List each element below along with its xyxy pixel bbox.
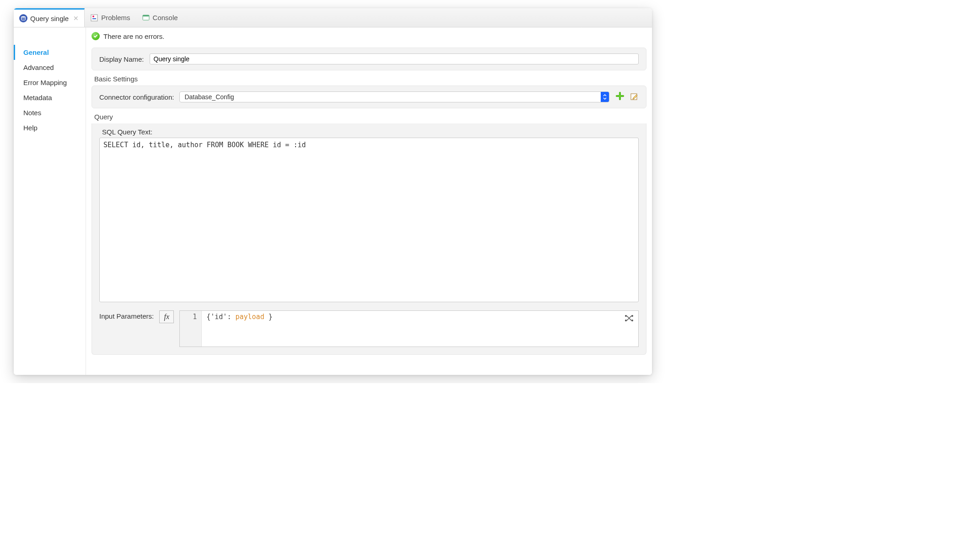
section-title-basic: Basic Settings (94, 75, 652, 83)
mapping-icon[interactable] (625, 315, 634, 324)
params-value: payload (235, 313, 264, 321)
tab-label: Problems (101, 14, 130, 21)
tab-strip: Query single ✕ Problems Console (14, 8, 652, 27)
problems-icon (90, 14, 98, 22)
sql-query-text-label: SQL Query Text: (102, 128, 639, 136)
tab-problems[interactable]: Problems (85, 8, 136, 27)
sidebar-item-label: Notes (23, 109, 41, 117)
section-basic-settings: Connector configuration: Database_Config (92, 85, 646, 108)
connector-config-select[interactable]: Database_Config (179, 91, 609, 102)
editor-window: Query single ✕ Problems Console General … (14, 8, 652, 375)
console-icon (142, 14, 150, 22)
section-display-name: Display Name: (92, 48, 646, 70)
input-parameters-editor[interactable]: 1 {'id': payload } (179, 310, 639, 347)
check-icon (92, 32, 100, 40)
sidebar-item-label: Metadata (23, 94, 52, 101)
fx-button[interactable]: fx (159, 310, 174, 323)
database-icon (19, 14, 27, 22)
sql-query-value: SELECT id, title, author FROM BOOK WHERE… (103, 141, 306, 149)
status-row: There are no errors. (86, 27, 652, 45)
fx-label: fx (164, 313, 169, 321)
tab-label: Console (153, 14, 178, 21)
edit-config-button[interactable] (630, 92, 639, 102)
code-gutter: 1 (180, 311, 202, 347)
add-config-button[interactable] (616, 92, 624, 102)
display-name-input[interactable] (150, 53, 639, 64)
status-message: There are no errors. (103, 32, 164, 40)
close-icon[interactable]: ✕ (73, 15, 79, 22)
sidebar-item-notes[interactable]: Notes (14, 105, 86, 120)
display-name-label: Display Name: (99, 55, 144, 63)
svg-point-8 (625, 320, 627, 321)
svg-point-2 (92, 16, 94, 17)
sidebar-item-label: General (23, 48, 49, 56)
gutter-line-number: 1 (193, 313, 197, 321)
sidebar-item-label: Help (23, 124, 38, 132)
svg-rect-3 (92, 18, 96, 19)
svg-point-10 (631, 320, 633, 321)
section-query: SQL Query Text: SELECT id, title, author… (92, 123, 646, 355)
svg-point-9 (631, 315, 633, 317)
connector-config-label: Connector configuration: (99, 93, 174, 101)
svg-rect-5 (143, 15, 149, 16)
code-content: {'id': payload } (202, 311, 277, 347)
sidebar-item-error-mapping[interactable]: Error Mapping (14, 75, 86, 90)
svg-point-7 (625, 315, 627, 317)
sidebar-item-advanced[interactable]: Advanced (14, 60, 86, 75)
sidebar-item-help[interactable]: Help (14, 120, 86, 135)
sidebar: General Advanced Error Mapping Metadata … (14, 27, 86, 375)
connector-config-value: Database_Config (184, 93, 234, 101)
tab-console[interactable]: Console (136, 8, 184, 27)
sidebar-item-general[interactable]: General (14, 45, 86, 60)
sidebar-item-label: Advanced (23, 64, 54, 71)
chevron-updown-icon (601, 92, 609, 102)
sidebar-item-label: Error Mapping (23, 79, 67, 86)
params-suffix: } (264, 313, 273, 321)
sql-query-textarea[interactable]: SELECT id, title, author FROM BOOK WHERE… (99, 138, 639, 302)
params-prefix: {'id': (206, 313, 235, 321)
sidebar-item-metadata[interactable]: Metadata (14, 90, 86, 105)
editor-body: General Advanced Error Mapping Metadata … (14, 27, 652, 375)
svg-point-0 (22, 16, 26, 17)
tab-label: Query single (30, 15, 69, 22)
main-panel: There are no errors. Display Name: Basic… (86, 27, 652, 375)
svg-rect-1 (91, 15, 97, 21)
section-title-query: Query (94, 113, 652, 121)
input-parameters-label: Input Parameters: (99, 310, 154, 320)
tab-query-single[interactable]: Query single ✕ (14, 8, 85, 27)
